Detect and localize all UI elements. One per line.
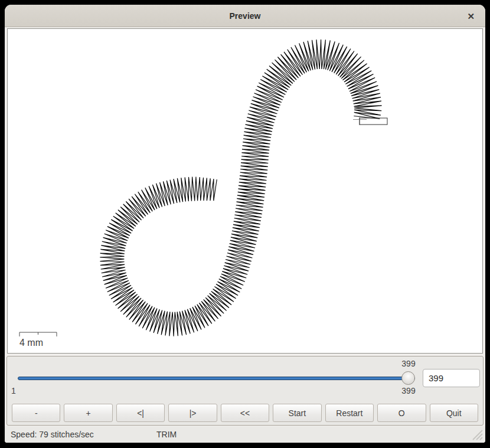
start-button[interactable]: Start bbox=[273, 404, 321, 422]
control-panel: 399 399 1 -+<||><<StartRestartOQuit bbox=[6, 356, 484, 426]
status-bar: Speed: 79 stitches/sec TRIM bbox=[5, 426, 485, 443]
speed-up-button[interactable]: + bbox=[64, 404, 112, 422]
close-icon[interactable]: ✕ bbox=[467, 11, 475, 20]
slider-max-label: 399 bbox=[391, 359, 426, 368]
reverse-button[interactable]: << bbox=[221, 404, 269, 422]
step-forward-button[interactable]: |> bbox=[168, 404, 217, 422]
slider-value-label: 399 bbox=[391, 386, 426, 395]
slider-track[interactable] bbox=[18, 377, 415, 380]
stitch-number-input[interactable] bbox=[423, 369, 480, 387]
stitch-design: 4 mm bbox=[8, 29, 482, 353]
scale-bar bbox=[19, 332, 57, 336]
step-backward-button[interactable]: <| bbox=[116, 404, 165, 422]
slider-min-label: 1 bbox=[11, 386, 16, 395]
speed-down-button[interactable]: - bbox=[12, 404, 60, 422]
command-status: TRIM bbox=[156, 430, 177, 439]
button-row: -+<||><<StartRestartOQuit bbox=[12, 404, 478, 422]
needle-marker bbox=[360, 118, 387, 125]
satin-stitch-path bbox=[100, 40, 381, 336]
title-bar: Preview ✕ bbox=[5, 5, 485, 27]
resize-grip-icon[interactable] bbox=[468, 428, 484, 441]
slider-handle[interactable] bbox=[401, 371, 415, 385]
speed-status: Speed: 79 stitches/sec bbox=[11, 430, 94, 439]
stitch-preview-canvas: 4 mm bbox=[7, 28, 483, 354]
npp-toggle-button[interactable]: O bbox=[377, 404, 426, 422]
restart-button[interactable]: Restart bbox=[325, 404, 374, 422]
window-title: Preview bbox=[230, 11, 261, 21]
scale-label: 4 mm bbox=[19, 338, 43, 348]
quit-button[interactable]: Quit bbox=[430, 404, 478, 422]
preview-window: Preview ✕ 4 mm 399 399 1 -+<||><<StartRe… bbox=[5, 5, 485, 443]
